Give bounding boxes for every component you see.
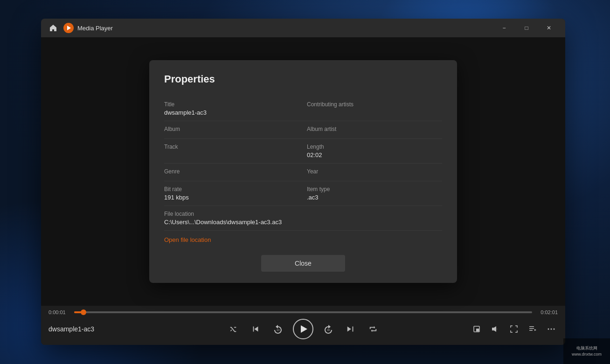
svg-rect-9	[529, 326, 534, 327]
progress-row: 0:00:01 0:02:01	[49, 309, 558, 315]
bit-rate-cell: Bit rate 191 kbps	[164, 181, 303, 206]
length-label: Length	[307, 144, 442, 150]
miniplayer-button[interactable]	[470, 323, 483, 336]
genre-cell: Genre	[164, 164, 303, 181]
bit-rate-value: 191 kbps	[164, 194, 299, 201]
dialog-overlay: Properties Title dwsample1-ac3 Contribut…	[41, 37, 565, 306]
window-controls: − □ ✕	[493, 21, 560, 35]
forward30-button[interactable]: 30	[321, 322, 336, 337]
window-title: Media Player	[77, 25, 493, 32]
total-time: 0:02:01	[537, 309, 558, 315]
svg-text:30: 30	[327, 329, 330, 331]
length-cell: Length 02:02	[303, 139, 442, 163]
open-file-location-link[interactable]: Open file location	[164, 236, 211, 243]
prop-row-title: Title dwsample1-ac3 Contributing artists	[164, 96, 442, 121]
previous-button[interactable]	[248, 322, 263, 337]
item-type-value: .ac3	[307, 194, 442, 201]
properties-dialog: Properties Title dwsample1-ac3 Contribut…	[149, 60, 457, 283]
next-button[interactable]	[343, 322, 358, 337]
watermark-line1: 电脑系统网	[572, 345, 602, 351]
forward30-icon: 30	[324, 324, 333, 334]
track-cell: Track	[164, 139, 303, 163]
media-player-window: Media Player − □ ✕ Pr	[41, 19, 565, 345]
more-options-icon	[548, 325, 555, 333]
progress-track[interactable]	[74, 311, 532, 313]
miniplayer-icon	[473, 325, 480, 333]
album-label: Album	[164, 126, 299, 132]
title-value: dwsample1-ac3	[164, 109, 299, 116]
repeat-button[interactable]	[366, 322, 381, 337]
home-button[interactable]	[47, 21, 60, 34]
fullscreen-icon	[510, 325, 518, 333]
properties-section: Title dwsample1-ac3 Contributing artists…	[164, 96, 442, 231]
album-artist-label: Album artist	[307, 126, 442, 132]
year-label: Year	[307, 168, 442, 175]
title-label: Title	[164, 101, 299, 108]
next-icon	[347, 325, 355, 333]
watermark: 电脑系统网 www.dnxtw.com	[563, 338, 610, 364]
previous-icon	[251, 325, 260, 333]
svg-point-14	[554, 329, 555, 330]
svg-rect-8	[476, 329, 479, 331]
album-cell: Album	[164, 121, 303, 138]
close-dialog-button[interactable]: Close	[261, 255, 345, 272]
volume-icon	[492, 325, 499, 333]
item-type-label: Item type	[307, 186, 442, 192]
track-title: dwsample1-ac3	[49, 325, 142, 333]
home-icon	[49, 24, 57, 32]
genre-label: Genre	[164, 168, 299, 175]
prop-row-track: Track Length 02:02	[164, 139, 442, 164]
prop-row-bitrate: Bit rate 191 kbps Item type .ac3	[164, 181, 442, 206]
player-bar: 0:00:01 0:02:01 dwsample1-ac3	[41, 306, 565, 345]
minimize-button[interactable]: −	[493, 21, 515, 35]
shuffle-icon	[229, 325, 237, 333]
maximize-button[interactable]: □	[516, 21, 537, 35]
album-artist-cell: Album artist	[303, 121, 442, 138]
close-button[interactable]: ✕	[538, 21, 560, 35]
right-controls	[464, 323, 558, 336]
playlist-icon	[529, 325, 536, 333]
progress-thumb	[81, 309, 86, 315]
player-content: Properties Title dwsample1-ac3 Contribut…	[41, 37, 565, 306]
year-cell: Year	[303, 164, 442, 181]
watermark-line2: www.dnxtw.com	[572, 351, 602, 357]
app-icon	[63, 23, 74, 33]
file-location-value: C:\Users\...\Downloads\dwsample1-ac3.ac3	[164, 219, 438, 226]
svg-point-12	[548, 329, 549, 330]
more-options-button[interactable]	[545, 323, 558, 336]
volume-button[interactable]	[489, 323, 502, 336]
prop-row-genre: Genre Year	[164, 164, 442, 181]
contributing-artists-cell: Contributing artists	[303, 96, 442, 121]
back10-icon: 10	[273, 324, 283, 334]
dialog-footer: Close	[164, 255, 442, 272]
svg-text:10: 10	[277, 329, 280, 331]
controls-row: dwsample1-ac3	[49, 319, 558, 339]
playback-controls: 10 30	[226, 319, 381, 339]
bit-rate-label: Bit rate	[164, 186, 299, 192]
file-location-label: File location	[164, 211, 438, 217]
back10-button[interactable]: 10	[270, 322, 285, 337]
play-icon	[301, 325, 307, 333]
svg-rect-10	[529, 328, 534, 329]
prop-row-album: Album Album artist	[164, 121, 442, 139]
repeat-icon	[369, 325, 377, 333]
prop-row-file-location: File location C:\Users\...\Downloads\dws…	[164, 206, 442, 231]
dialog-title: Properties	[164, 73, 442, 85]
playlist-button[interactable]	[526, 323, 539, 336]
length-value: 02:02	[307, 151, 442, 158]
play-button[interactable]	[293, 319, 313, 339]
svg-point-13	[551, 329, 552, 330]
title-label-cell: Title dwsample1-ac3	[164, 96, 303, 121]
current-time: 0:00:01	[49, 309, 69, 315]
fullscreen-button[interactable]	[507, 323, 520, 336]
svg-rect-11	[529, 330, 533, 331]
track-label: Track	[164, 144, 299, 150]
item-type-cell: Item type .ac3	[303, 181, 442, 206]
shuffle-button[interactable]	[226, 322, 241, 337]
contributing-artists-label: Contributing artists	[307, 101, 442, 108]
titlebar: Media Player − □ ✕	[41, 19, 565, 37]
file-location-cell: File location C:\Users\...\Downloads\dws…	[164, 206, 442, 230]
